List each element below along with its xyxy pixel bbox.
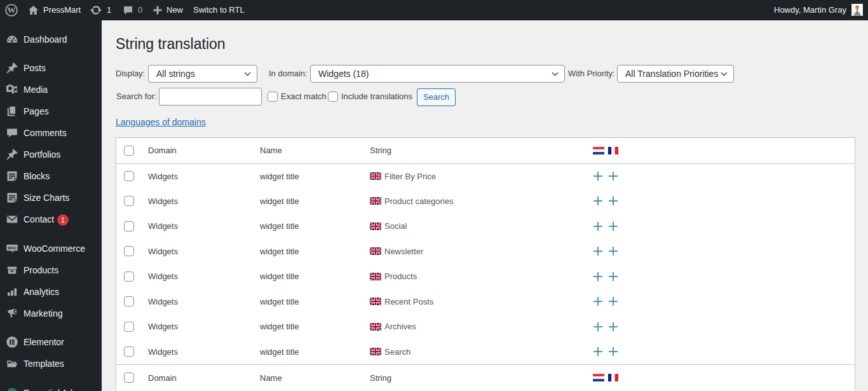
- svg-text:WOO: WOO: [8, 246, 17, 250]
- svg-text:W: W: [8, 5, 16, 15]
